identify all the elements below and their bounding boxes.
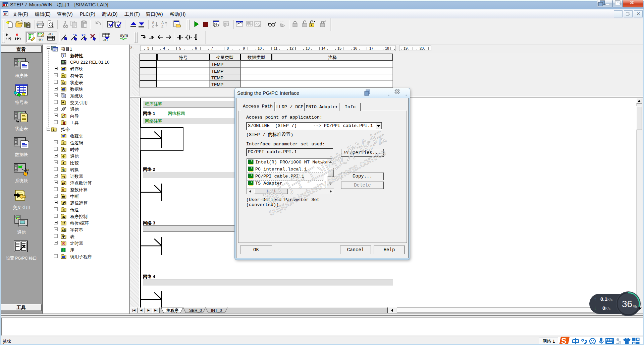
svg-text:20: 20 — [420, 46, 424, 50]
svg-text:3: 3 — [147, 46, 149, 50]
svg-text:A: A — [161, 21, 164, 24]
svg-text:TEMP: TEMP — [211, 69, 223, 74]
svg-text:sym: sym — [120, 33, 128, 38]
svg-text:36: 36 — [622, 299, 632, 309]
svg-text:11: 11 — [274, 46, 277, 50]
svg-text:9: 9 — [243, 46, 245, 50]
svg-text:?: ? — [62, 53, 64, 57]
svg-text:SBR_0: SBR_0 — [189, 308, 202, 313]
svg-text:15: 15 — [337, 46, 341, 50]
svg-text:10: 10 — [258, 46, 262, 50]
svg-text:4: 4 — [163, 46, 165, 50]
svg-text:AB: AB — [62, 229, 66, 232]
svg-text:数据类型: 数据类型 — [247, 55, 265, 60]
svg-text:符号: 符号 — [179, 55, 187, 60]
svg-text:+1: +1 — [62, 175, 65, 179]
svg-text:Z: Z — [161, 24, 163, 28]
svg-text:INT_0: INT_0 — [211, 308, 222, 313]
svg-text:Z: Z — [152, 24, 154, 28]
svg-text:⊣K): ⊣K) — [38, 38, 43, 42]
svg-text:14: 14 — [321, 46, 325, 50]
svg-text:5: 5 — [179, 46, 181, 50]
svg-text:S: S — [561, 337, 567, 345]
svg-text:主程序: 主程序 — [166, 308, 178, 313]
svg-text:12: 12 — [289, 46, 293, 50]
svg-text:7: 7 — [211, 46, 213, 50]
svg-text:TEMP: TEMP — [211, 82, 223, 87]
svg-text:19: 19 — [404, 46, 408, 50]
svg-text:18: 18 — [385, 46, 389, 50]
svg-text:A: A — [152, 21, 154, 24]
svg-text:8: 8 — [227, 46, 229, 50]
svg-text:变量类型: 变量类型 — [216, 55, 233, 60]
svg-text:17: 17 — [369, 46, 373, 50]
svg-text:13: 13 — [306, 46, 310, 50]
svg-text:16: 16 — [353, 46, 357, 50]
svg-text:±R: ±R — [62, 182, 65, 185]
svg-text:⊣K): ⊣K) — [48, 32, 53, 36]
svg-text:TEMP: TEMP — [211, 75, 223, 80]
svg-text:±I: ±I — [62, 189, 64, 192]
svg-text:⊣K): ⊣K) — [103, 39, 108, 42]
svg-text:6: 6 — [195, 46, 197, 50]
svg-text:TEMP: TEMP — [211, 62, 223, 67]
svg-text:注释: 注释 — [328, 55, 337, 60]
svg-text:%: % — [633, 304, 637, 309]
